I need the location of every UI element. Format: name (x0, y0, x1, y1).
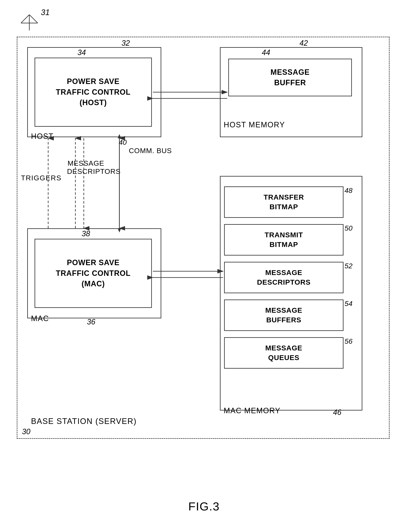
figure-label: FIG.3 (188, 499, 220, 513)
host-memory-label: HOST MEMORY (224, 120, 285, 129)
transfer-bitmap-text: TRANSFERBITMAP (264, 193, 304, 212)
ref-44: 44 (262, 48, 270, 57)
message-buffers-box: MESSAGEBUFFERS (224, 300, 343, 331)
mac-memory-label: MAC MEMORY (224, 406, 280, 415)
ref-50: 50 (345, 224, 352, 232)
host-label: HOST (31, 132, 54, 141)
pstc-mac-box: POWER SAVETRAFFIC CONTROL(MAC) (34, 239, 152, 308)
transfer-bitmap-box: TRANSFERBITMAP (224, 186, 343, 218)
ref-36: 36 (87, 318, 95, 326)
ref-38: 38 (82, 229, 90, 238)
ref-31: 31 (41, 8, 50, 17)
ref-46: 46 (333, 408, 341, 417)
base-station-label: BASE STATION (SERVER) (31, 417, 136, 426)
ref-52: 52 (345, 262, 352, 270)
comm-bus-label: COMM. BUS (129, 147, 172, 155)
ref-40: 40 (119, 138, 127, 146)
mac-label: MAC (31, 314, 49, 323)
ref-42: 42 (299, 39, 308, 48)
antenna-icon (19, 8, 40, 32)
transmit-bitmap-text: TRANSMITBITMAP (264, 230, 303, 249)
svg-line-2 (29, 15, 38, 23)
ref-32: 32 (121, 39, 130, 48)
diagram-page: 31 32 HOST 34 POWER SAVETRAFFIC CONTROL(… (0, 0, 408, 532)
triggers-label: TRIGGERS (21, 174, 62, 182)
message-buffers-text: MESSAGEBUFFERS (265, 306, 302, 325)
ref-30: 30 (22, 427, 30, 436)
ref-54: 54 (345, 300, 352, 308)
ref-56: 56 (345, 337, 352, 345)
msg-descriptors-mac-text: MESSAGEDESCRIPTORS (257, 268, 311, 287)
msg-descriptors-mac-box: MESSAGEDESCRIPTORS (224, 262, 343, 293)
pstc-host-box: POWER SAVETRAFFIC CONTROL(HOST) (34, 58, 152, 127)
msg-descriptors-label: MESSAGE DESCRIPTORS (67, 159, 105, 176)
svg-line-1 (21, 15, 29, 23)
pstc-mac-text: POWER SAVETRAFFIC CONTROL(MAC) (56, 257, 131, 289)
pstc-host-text: POWER SAVETRAFFIC CONTROL(HOST) (56, 76, 131, 108)
message-queues-box: MESSAGEQUEUES (224, 337, 343, 369)
transmit-bitmap-box: TRANSMITBITMAP (224, 224, 343, 255)
message-buffer-box: MESSAGEBUFFER (228, 59, 352, 96)
ref-48: 48 (345, 186, 352, 194)
message-buffer-text: MESSAGEBUFFER (270, 67, 310, 88)
message-queues-text: MESSAGEQUEUES (265, 343, 302, 363)
ref-34: 34 (77, 48, 86, 57)
